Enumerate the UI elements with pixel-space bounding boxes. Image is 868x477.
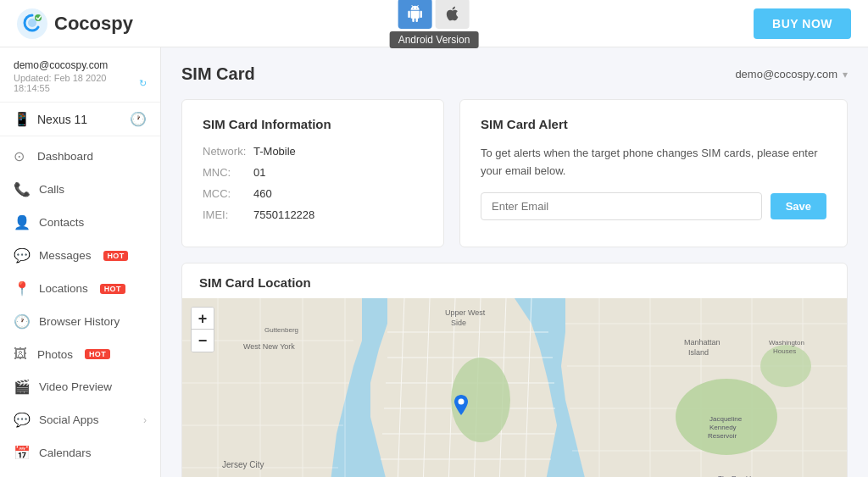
sim-mnc-row: MNC: 01 xyxy=(203,166,423,179)
messages-icon: 💬 xyxy=(14,247,31,263)
sidebar-item-calendars[interactable]: 📅 Calendars xyxy=(0,436,160,469)
sidebar-nav: ⊙ Dashboard 📞 Calls 👤 Contacts 💬 Message… xyxy=(0,136,160,477)
svg-point-2 xyxy=(35,14,42,21)
logo-text: Cocospy xyxy=(54,13,133,35)
social-apps-icon: 💬 xyxy=(14,412,31,428)
map-location-pin xyxy=(449,395,473,422)
sidebar: demo@cocospy.com Updated: Feb 18 2020 18… xyxy=(0,47,161,477)
svg-text:West New York: West New York xyxy=(243,342,295,351)
browser-history-icon: 🕐 xyxy=(14,313,31,330)
main-layout: demo@cocospy.com Updated: Feb 18 2020 18… xyxy=(0,47,868,477)
cards-row: SIM Card Information Network: T-Mobile M… xyxy=(181,99,848,247)
video-icon: 🎬 xyxy=(14,379,31,395)
sidebar-item-dashboard[interactable]: ⊙ Dashboard xyxy=(0,140,160,173)
sidebar-user: demo@cocospy.com Updated: Feb 18 2020 18… xyxy=(0,47,160,103)
sim-alert-card-title: SIM Card Alert xyxy=(481,117,826,131)
map-container: West New York Guttenberg Upper West Side… xyxy=(182,298,847,477)
sim-imei-label: IMEI: xyxy=(203,208,253,221)
page-title: SIM Card xyxy=(181,64,255,84)
device-icon: 📱 xyxy=(14,111,31,127)
chevron-down-icon: ▾ xyxy=(843,69,848,80)
logo-icon xyxy=(17,8,47,39)
save-button[interactable]: Save xyxy=(771,193,826,219)
svg-text:Jersey City: Jersey City xyxy=(222,460,264,469)
svg-text:Houses: Houses xyxy=(773,347,796,355)
sim-mcc-label: MCC: xyxy=(203,187,253,200)
buy-now-button[interactable]: BUY NOW xyxy=(754,8,851,39)
sim-network-value: T-Mobile xyxy=(253,145,296,158)
svg-text:Manhattan: Manhattan xyxy=(684,338,721,347)
user-menu-email: demo@cocospy.com xyxy=(735,68,837,80)
sidebar-item-applications[interactable]: 📱 Applications xyxy=(0,469,160,477)
sim-mnc-label: MNC: xyxy=(203,166,253,179)
dashboard-icon: ⊙ xyxy=(14,148,29,164)
photos-icon: 🖼 xyxy=(14,347,29,362)
sim-alert-input-row: Save xyxy=(481,192,826,220)
sim-alert-email-input[interactable] xyxy=(481,192,762,220)
calendars-icon: 📅 xyxy=(14,445,31,461)
calls-icon: 📞 xyxy=(14,181,31,197)
ios-platform-button[interactable] xyxy=(436,0,470,29)
map-zoom-in-button[interactable]: + xyxy=(192,308,214,330)
refresh-icon[interactable]: ↻ xyxy=(139,78,147,89)
user-menu[interactable]: demo@cocospy.com ▾ xyxy=(735,68,848,80)
sidebar-item-locations[interactable]: 📍 Locations HOT xyxy=(0,272,160,305)
sim-imei-row: IMEI: 7550112228 xyxy=(203,208,423,221)
photos-hot-badge: HOT xyxy=(85,349,110,359)
svg-text:Washington: Washington xyxy=(769,339,804,347)
svg-text:Upper West: Upper West xyxy=(445,308,486,317)
sim-info-card-title: SIM Card Information xyxy=(203,117,423,131)
svg-text:Jacqueline: Jacqueline xyxy=(709,415,743,423)
sidebar-item-contacts[interactable]: 👤 Contacts xyxy=(0,206,160,239)
contacts-icon: 👤 xyxy=(14,214,31,230)
locations-icon: 📍 xyxy=(14,280,31,297)
sidebar-device: 📱 Nexus 11 🕐 xyxy=(0,103,160,136)
sidebar-user-updated: Updated: Feb 18 2020 18:14:55 ↻ xyxy=(14,73,147,93)
svg-point-1 xyxy=(28,19,36,27)
sim-alert-description: To get alerts when the target phone chan… xyxy=(481,145,826,180)
android-platform-button[interactable] xyxy=(398,0,432,29)
sim-mcc-value: 460 xyxy=(253,187,272,200)
sidebar-item-messages[interactable]: 💬 Messages HOT xyxy=(0,239,160,272)
platform-buttons xyxy=(398,0,470,29)
svg-text:Guttenberg: Guttenberg xyxy=(264,326,298,334)
sim-location-card-title: SIM Card Location xyxy=(182,263,847,298)
sidebar-item-browser-history[interactable]: 🕐 Browser History xyxy=(0,305,160,338)
sim-network-row: Network: T-Mobile xyxy=(203,145,423,158)
platform-switcher: Android Version xyxy=(390,0,479,48)
sim-alert-card: SIM Card Alert To get alerts when the ta… xyxy=(459,99,848,247)
svg-text:Side: Side xyxy=(451,319,466,327)
platform-label: Android Version xyxy=(390,31,479,48)
device-time-icon: 🕐 xyxy=(130,111,147,127)
top-header: Cocospy Android Version BUY NOW xyxy=(0,0,868,47)
map-zoom-controls: + − xyxy=(191,307,214,352)
svg-point-57 xyxy=(459,398,465,404)
svg-text:Island: Island xyxy=(688,348,709,357)
content-area: SIM Card demo@cocospy.com ▾ SIM Card Inf… xyxy=(161,47,868,477)
svg-text:Kennedy: Kennedy xyxy=(709,424,737,431)
social-apps-arrow: › xyxy=(143,414,147,426)
sim-mcc-row: MCC: 460 xyxy=(203,187,423,200)
content-header: SIM Card demo@cocospy.com ▾ xyxy=(181,64,848,84)
sidebar-user-email: demo@cocospy.com xyxy=(14,59,147,71)
sidebar-item-video-preview[interactable]: 🎬 Video Preview xyxy=(0,370,160,403)
messages-hot-badge: HOT xyxy=(103,251,129,261)
sidebar-item-calls[interactable]: 📞 Calls xyxy=(0,173,160,206)
sim-mnc-value: 01 xyxy=(253,166,265,179)
sim-info-card: SIM Card Information Network: T-Mobile M… xyxy=(181,99,444,247)
logo-area: Cocospy xyxy=(17,8,133,39)
sidebar-item-social-apps[interactable]: 💬 Social Apps › xyxy=(0,403,160,436)
sim-network-label: Network: xyxy=(203,145,253,158)
sidebar-device-name: 📱 Nexus 11 xyxy=(14,111,87,127)
svg-text:Reservoir: Reservoir xyxy=(708,432,737,440)
map-svg: West New York Guttenberg Upper West Side… xyxy=(182,298,847,477)
sidebar-item-photos[interactable]: 🖼 Photos HOT xyxy=(0,338,160,370)
map-zoom-out-button[interactable]: − xyxy=(192,330,214,352)
sim-imei-value: 7550112228 xyxy=(253,208,314,221)
locations-hot-badge: HOT xyxy=(100,284,125,294)
sim-location-card: SIM Card Location xyxy=(181,263,848,477)
